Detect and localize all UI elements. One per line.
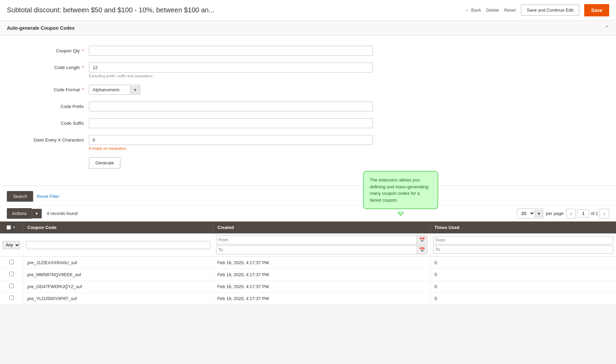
page-nav: ‹ of 1 › [566,209,609,218]
code-length-label: Code Length * [14,63,89,70]
filter-created-col: 📅 📅 [213,233,430,257]
code-format-row: Code Format * Alphanumeric Alphabetical … [14,85,602,95]
coupon-qty-label: Coupon Qty * [14,46,89,53]
save-continue-button[interactable]: Save and Continue Edit [521,4,579,16]
select-all-checkbox[interactable] [6,225,11,230]
row-checkbox-3[interactable] [9,284,14,288]
prev-page-button[interactable]: ‹ [566,209,576,218]
coupon-code-cell-4: pre_YLOJ500Y0P8T_suf [23,293,213,305]
th-times-used: Times Used [430,221,616,233]
times-used-to-input[interactable] [433,245,613,254]
records-found: 4 records found [47,211,78,216]
page-title: Subtotal discount: between $50 and $100 … [7,6,214,14]
pagination-right: 20 30 50 ▼ per page ‹ of 1 › [517,208,609,218]
filter-any-select[interactable]: Any Yes No [3,241,20,249]
section-header: Auto-generate Coupon Codes ⌃ [0,21,616,36]
dash-every-input[interactable] [89,135,373,145]
created-from-input[interactable] [216,236,417,244]
row-checkbox-2[interactable] [9,272,14,276]
code-length-input[interactable] [89,63,373,72]
code-suffix-field [89,118,373,128]
filter-times-used-col [430,233,616,257]
times-used-cell-4: 0 [430,293,616,305]
per-page-drop-arrow-icon: ▼ [535,210,543,217]
times-used-filter-wrapper [433,236,613,254]
row-checkbox-4[interactable] [9,296,14,300]
code-format-field: Alphanumeric Alphabetical Numeric ▼ [89,85,373,95]
header-checkbox-wrapper: ▼ [4,225,19,230]
actions-left: Actions ▼ 4 records found [7,208,78,219]
table-row: pre_J1ZIEAXXRA0U_suf Feb 16, 2020, 4:17:… [0,257,616,269]
page-header: Subtotal discount: between $50 and $100 … [0,0,616,21]
coupon-code-filter-input[interactable] [26,241,210,249]
times-used-cell-2: 0 [430,269,616,281]
code-suffix-input[interactable] [89,118,373,128]
created-from-wrapper: 📅 [216,235,427,244]
table-row: pre_OD47FWDRUQYZ_suf Feb 16, 2020, 4:17:… [0,281,616,293]
row-checkbox-col-1 [0,257,23,269]
header-actions: ← Back Delete Reset Save and Continue Ed… [465,4,609,16]
reset-button[interactable]: Reset [504,8,516,13]
th-created: Created [213,221,430,233]
per-page-label: per page [546,211,563,216]
created-to-input[interactable] [216,246,417,254]
dash-every-label: Dash Every X Characters [14,135,89,143]
row-checkbox-col-2 [0,269,23,281]
of-label: of 1 [591,211,598,216]
row-checkbox-1[interactable] [9,260,14,264]
coupon-code-cell-1: pre_J1ZIEAXXRA0U_suf [23,257,213,269]
actions-dropdown-button[interactable]: ▼ [32,209,42,218]
coupon-code-cell-3: pre_OD47FWDRUQYZ_suf [23,281,213,293]
main-content: Auto-generate Coupon Codes ⌃ Coupon Qty … [0,21,616,305]
calendar-to-icon[interactable]: 📅 [417,246,427,254]
code-prefix-label: Code Prefix [14,102,89,109]
save-button[interactable]: Save [584,4,609,16]
dash-every-field: If empty no separation. [89,135,373,150]
code-length-hint: Excluding prefix, suffix and separators. [89,74,373,78]
times-used-from-input[interactable] [433,236,613,244]
code-prefix-row: Code Prefix [14,102,602,111]
page-input[interactable] [577,209,589,218]
th-coupon-code: Coupon Code [23,221,213,233]
search-button[interactable]: Search [7,191,33,202]
filter-coupon-code-col [23,233,213,257]
coupon-qty-input[interactable] [89,46,373,56]
code-suffix-row: Code Suffix [14,118,602,128]
select-all-drop-button[interactable]: ▼ [12,226,16,229]
calendar-from-icon[interactable]: 📅 [417,236,427,244]
code-prefix-input[interactable] [89,102,373,111]
code-format-label: Code Format * [14,85,89,92]
section-toggle-button[interactable]: ⌃ [605,25,609,31]
code-prefix-field [89,102,373,111]
back-arrow-icon: ← [465,8,469,13]
per-page-select[interactable]: 20 30 50 [517,209,535,218]
dash-every-hint: If empty no separation. [89,146,373,150]
dash-every-row: Dash Every X Characters If empty no sepa… [14,135,602,150]
date-filter-wrapper: 📅 📅 [216,235,427,254]
data-table: ▼ Coupon Code Created Times Used [0,221,616,305]
generate-field: Generate [89,157,373,168]
code-format-select-wrapper: Alphanumeric Alphabetical Numeric ▼ [89,85,140,95]
filter-select-col: Any Yes No [0,233,23,257]
code-format-select[interactable]: Alphanumeric Alphabetical Numeric [89,85,130,94]
created-cell-3: Feb 16, 2020, 4:17:37 PM [213,281,430,293]
form-body: Coupon Qty * Code Length * Excluding pre… [0,36,616,186]
next-page-button[interactable]: › [600,209,609,218]
created-cell-1: Feb 16, 2020, 4:17:37 PM [213,257,430,269]
generate-row: Generate [14,157,602,168]
coupon-qty-field [89,46,373,56]
created-to-wrapper: 📅 [216,245,427,254]
select-arrow-icon: ▼ [130,86,140,94]
delete-button[interactable]: Delete [486,8,499,13]
section-title: Auto-generate Coupon Codes [7,25,75,31]
reset-filter-button[interactable]: Reset Filter [37,194,59,199]
code-length-row: Code Length * Excluding prefix, suffix a… [14,63,602,78]
generate-button[interactable]: Generate [89,157,120,168]
times-used-cell-3: 0 [430,281,616,293]
search-bar: Search Reset Filter [0,186,616,205]
created-cell-4: Feb 16, 2020, 4:17:37 PM [213,293,430,305]
back-button[interactable]: ← Back [465,8,481,13]
coupon-qty-row: Coupon Qty * [14,46,602,56]
coupon-code-cell-2: pre_MM5B7NQV9EEK_suf [23,269,213,281]
actions-button[interactable]: Actions [7,208,32,219]
